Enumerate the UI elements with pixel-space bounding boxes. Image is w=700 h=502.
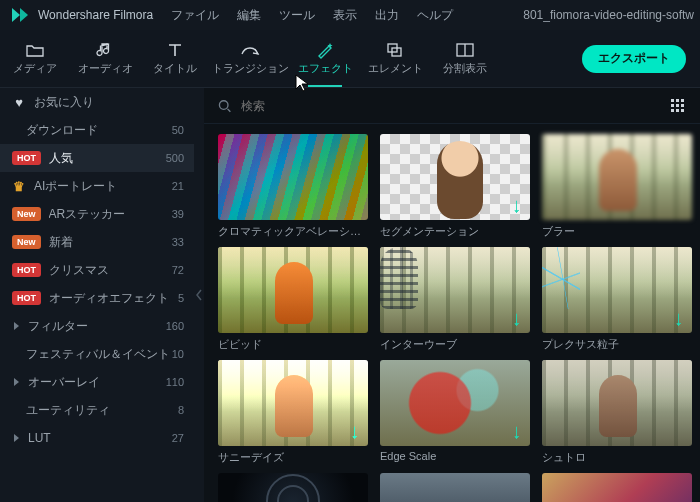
music-note-icon — [95, 42, 115, 58]
sidebar: ♥ お気に入り ダウンロード 50 HOT 人気 500 ♛ AIポートレート … — [0, 88, 194, 502]
tab-element-label: エレメント — [368, 61, 423, 76]
effect-thumbnail — [218, 473, 368, 502]
tab-title[interactable]: タイトル — [140, 30, 210, 87]
sidebar-item-filter[interactable]: フィルター 160 — [0, 312, 194, 340]
export-button[interactable]: エクスポート — [582, 45, 686, 73]
sidebar-item-christmas[interactable]: HOT クリスマス 72 — [0, 256, 194, 284]
tab-transition[interactable]: トランジション — [210, 30, 290, 87]
effect-thumbnail — [542, 360, 692, 446]
svg-rect-8 — [681, 99, 684, 102]
download-icon: ⭣ — [348, 424, 362, 440]
hot-badge-icon: HOT — [12, 263, 41, 277]
svg-point-4 — [219, 100, 228, 109]
download-icon: ⭣ — [510, 424, 524, 440]
effect-thumbnail: ⭣ — [218, 360, 368, 446]
sidebar-collapse-handle[interactable] — [194, 88, 204, 502]
search-input[interactable] — [239, 98, 670, 114]
effect-card[interactable]: シュトロ — [542, 360, 692, 465]
tab-effect-label: エフェクト — [298, 61, 353, 76]
app-window: Wondershare Filmora ファイル 編集 ツール 表示 出力 ヘル… — [0, 0, 700, 502]
effect-card[interactable]: ⭣ セグメンテーション — [380, 134, 530, 239]
effect-card[interactable]: ビビッド — [218, 247, 368, 352]
content-panel: クロマティックアベレーション ⭣ セグメンテーション ブラー ビビッド — [204, 88, 700, 502]
tab-element[interactable]: エレメント — [360, 30, 430, 87]
effect-card[interactable]: ⭣ Edge Scale — [380, 360, 530, 465]
effect-card[interactable]: ⭣ インターウーブ — [380, 247, 530, 352]
crown-icon: ♛ — [12, 179, 26, 193]
menu-view[interactable]: 表示 — [333, 7, 357, 24]
svg-rect-10 — [676, 104, 679, 107]
tab-split[interactable]: 分割表示 — [430, 30, 500, 87]
text-icon — [165, 42, 185, 58]
effect-thumbnail — [542, 134, 692, 220]
new-badge-icon: New — [12, 235, 41, 249]
svg-rect-12 — [671, 109, 674, 112]
sidebar-item-festival[interactable]: フェスティバル＆イベント 10 — [0, 340, 194, 368]
search-bar — [204, 88, 700, 124]
download-icon: ⭣ — [510, 311, 524, 327]
effect-card[interactable] — [380, 473, 530, 502]
app-name: Wondershare Filmora — [38, 8, 153, 22]
menu-file[interactable]: ファイル — [171, 7, 219, 24]
svg-rect-14 — [681, 109, 684, 112]
menu-output[interactable]: 出力 — [375, 7, 399, 24]
sidebar-item-ai-portrait[interactable]: ♛ AIポートレート 21 — [0, 172, 194, 200]
svg-rect-9 — [671, 104, 674, 107]
tab-media-label: メディア — [13, 61, 57, 76]
main-area: ♥ お気に入り ダウンロード 50 HOT 人気 500 ♛ AIポートレート … — [0, 88, 700, 502]
sidebar-item-lut[interactable]: LUT 27 — [0, 424, 194, 452]
sidebar-item-utility[interactable]: ユーティリティ 8 — [0, 396, 194, 424]
tab-title-label: タイトル — [153, 61, 197, 76]
new-badge-icon: New — [12, 207, 41, 221]
tab-transition-label: トランジション — [212, 61, 289, 76]
svg-rect-6 — [671, 99, 674, 102]
sidebar-item-popular[interactable]: HOT 人気 500 — [0, 144, 194, 172]
svg-line-5 — [228, 108, 231, 111]
element-layers-icon — [385, 42, 405, 58]
hot-badge-icon: HOT — [12, 151, 41, 165]
svg-rect-13 — [676, 109, 679, 112]
tab-effect[interactable]: エフェクト — [290, 30, 360, 87]
sidebar-item-new[interactable]: New 新着 33 — [0, 228, 194, 256]
folder-icon — [25, 42, 45, 58]
effect-thumbnail: ⭣ — [380, 247, 530, 333]
sidebar-item-audio-effect[interactable]: HOT オーディオエフェクト 5 — [0, 284, 194, 312]
grid-view-icon[interactable] — [670, 98, 686, 114]
search-icon — [218, 99, 231, 113]
search-field[interactable] — [218, 98, 670, 114]
tab-media[interactable]: メディア — [0, 30, 70, 87]
sidebar-item-favorites[interactable]: ♥ お気に入り — [0, 88, 194, 116]
effect-thumbnail — [218, 247, 368, 333]
title-bar: Wondershare Filmora ファイル 編集 ツール 表示 出力 ヘル… — [0, 0, 700, 30]
sidebar-item-download[interactable]: ダウンロード 50 — [0, 116, 194, 144]
effect-card[interactable]: ⭣ プレクサス粒子 — [542, 247, 692, 352]
chevron-left-icon — [196, 289, 202, 301]
effect-thumbnail: ⭣ — [380, 360, 530, 446]
effect-thumbnail: ⭣ — [380, 134, 530, 220]
effect-thumbnail — [380, 473, 530, 502]
app-logo-icon — [8, 3, 32, 27]
download-icon: ⭣ — [510, 198, 524, 214]
effect-card[interactable] — [218, 473, 368, 502]
svg-rect-7 — [676, 99, 679, 102]
effects-grid[interactable]: クロマティックアベレーション ⭣ セグメンテーション ブラー ビビッド — [204, 124, 700, 502]
effect-card[interactable]: クロマティックアベレーション — [218, 134, 368, 239]
split-screen-icon — [455, 42, 475, 58]
effect-card[interactable] — [542, 473, 692, 502]
sidebar-item-ar-sticker[interactable]: New ARステッカー 39 — [0, 200, 194, 228]
main-menu: ファイル 編集 ツール 表示 出力 ヘルプ — [171, 7, 453, 24]
tab-audio[interactable]: オーディオ — [70, 30, 140, 87]
menu-edit[interactable]: 編集 — [237, 7, 261, 24]
project-filename: 801_fiomora-video-editing-softw — [523, 8, 694, 22]
top-toolbar: メディア オーディオ タイトル トランジション エフェクト エレメント — [0, 30, 700, 88]
sidebar-item-overlay[interactable]: オーバーレイ 110 — [0, 368, 194, 396]
effect-card[interactable]: ⭣ サニーデイズ — [218, 360, 368, 465]
tab-split-label: 分割表示 — [443, 61, 487, 76]
tab-audio-label: オーディオ — [78, 61, 133, 76]
toolbar-tabs: メディア オーディオ タイトル トランジション エフェクト エレメント — [0, 30, 500, 87]
menu-help[interactable]: ヘルプ — [417, 7, 453, 24]
effect-card[interactable]: ブラー — [542, 134, 692, 239]
svg-rect-11 — [681, 104, 684, 107]
hot-badge-icon: HOT — [12, 291, 41, 305]
menu-tool[interactable]: ツール — [279, 7, 315, 24]
